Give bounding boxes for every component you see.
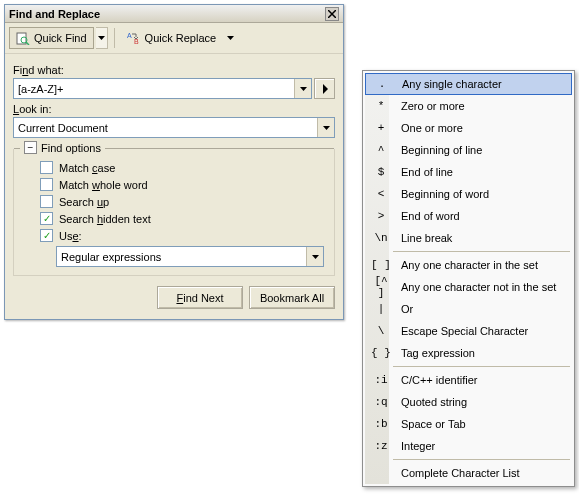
close-button[interactable] (325, 7, 339, 21)
whole-word-label: Match whole word (59, 179, 148, 191)
look-in-combo[interactable]: Current Document (13, 117, 335, 138)
menu-separator (393, 251, 570, 252)
menu-item[interactable]: +One or more (365, 117, 572, 139)
menu-item-symbol: * (369, 100, 393, 112)
toolbar-separator (114, 28, 115, 48)
find-options-group: − Find options Match case Match whole wo… (13, 148, 335, 276)
menu-item-symbol: . (370, 78, 394, 90)
menu-item-symbol: { } (369, 347, 393, 359)
menu-item[interactable]: >End of word (365, 205, 572, 227)
menu-item[interactable]: \Escape Special Character (365, 320, 572, 342)
look-in-value: Current Document (14, 118, 317, 137)
bookmark-all-button[interactable]: Bookmark All (249, 286, 335, 309)
menu-item-symbol: [ ] (369, 259, 393, 271)
find-options-label: Find options (41, 142, 101, 154)
menu-item-symbol: :q (369, 396, 393, 408)
menu-item[interactable]: .Any single character (365, 73, 572, 95)
menu-item-label: Zero or more (393, 100, 465, 112)
menu-item-label: C/C++ identifier (393, 374, 477, 386)
use-combo[interactable]: Regular expressions (56, 246, 324, 267)
menu-item-label: Beginning of line (393, 144, 482, 156)
use-dropdown[interactable] (306, 247, 323, 266)
menu-item-label: Line break (393, 232, 452, 244)
menu-item-label: Tag expression (393, 347, 475, 359)
menu-item-symbol: + (369, 122, 393, 134)
menu-item[interactable]: ^Beginning of line (365, 139, 572, 161)
regex-menu: .Any single character*Zero or more+One o… (362, 70, 575, 487)
quick-replace-dropdown[interactable] (224, 36, 236, 40)
find-next-button[interactable]: Find Next (157, 286, 243, 309)
use-value: Regular expressions (57, 247, 306, 266)
menu-item[interactable]: [^ ]Any one character not in the set (365, 276, 572, 298)
menu-item-label: Any single character (394, 78, 502, 90)
menu-item-label: Integer (393, 440, 435, 452)
svg-line-2 (26, 42, 29, 45)
quick-find-dropdown[interactable] (96, 27, 108, 49)
find-what-input[interactable] (14, 79, 294, 98)
dialog-body: Find what: Look in: Current Document (5, 54, 343, 319)
titlebar[interactable]: Find and Replace (5, 5, 343, 23)
replace-icon: AB (127, 31, 141, 45)
menu-item-symbol: [^ ] (369, 275, 393, 299)
menu-item[interactable]: :qQuoted string (365, 391, 572, 413)
expression-builder-button[interactable] (314, 78, 335, 99)
menu-item-symbol: < (369, 188, 393, 200)
menu-item[interactable]: |Or (365, 298, 572, 320)
find-what-combo[interactable] (13, 78, 312, 99)
menu-item[interactable]: \nLine break (365, 227, 572, 249)
find-what-label: Find what: (13, 64, 335, 76)
collapse-options-button[interactable]: − (24, 141, 37, 154)
menu-separator (393, 366, 570, 367)
toolbar: Quick Find AB Quick Replace (5, 23, 343, 54)
menu-item-label: One or more (393, 122, 463, 134)
menu-item[interactable]: *Zero or more (365, 95, 572, 117)
menu-item[interactable]: :bSpace or Tab (365, 413, 572, 435)
menu-item-symbol: :z (369, 440, 393, 452)
quick-replace-button[interactable]: AB Quick Replace (121, 27, 223, 49)
find-icon (16, 31, 30, 45)
menu-item-symbol: \ (369, 325, 393, 337)
menu-item-symbol: $ (369, 166, 393, 178)
hidden-text-label: Search hidden text (59, 213, 151, 225)
menu-item-symbol: \n (369, 232, 393, 244)
menu-item-symbol: :i (369, 374, 393, 386)
find-what-dropdown[interactable] (294, 79, 311, 98)
menu-item[interactable]: :iC/C++ identifier (365, 369, 572, 391)
menu-item-label: Quoted string (393, 396, 467, 408)
menu-items: .Any single character*Zero or more+One o… (365, 73, 572, 484)
menu-item-label: Any one character in the set (393, 259, 538, 271)
whole-word-checkbox[interactable] (40, 178, 53, 191)
match-case-label: Match case (59, 162, 115, 174)
use-label: Use: (59, 230, 82, 242)
search-up-checkbox[interactable] (40, 195, 53, 208)
search-up-label: Search up (59, 196, 109, 208)
match-case-checkbox[interactable] (40, 161, 53, 174)
look-in-label: Look in: (13, 103, 335, 115)
look-in-dropdown[interactable] (317, 118, 334, 137)
hidden-text-checkbox[interactable]: ✓ (40, 212, 53, 225)
menu-item-symbol: > (369, 210, 393, 222)
window-title: Find and Replace (9, 8, 100, 20)
menu-item[interactable]: { }Tag expression (365, 342, 572, 364)
use-checkbox[interactable]: ✓ (40, 229, 53, 242)
menu-item-label: Complete Character List (393, 467, 520, 479)
quick-replace-label: Quick Replace (145, 32, 217, 44)
menu-item[interactable]: :zInteger (365, 435, 572, 457)
menu-item-symbol: ^ (369, 144, 393, 156)
menu-item-label: Escape Special Character (393, 325, 528, 337)
menu-separator (393, 459, 570, 460)
menu-item[interactable]: <Beginning of word (365, 183, 572, 205)
quick-find-button[interactable]: Quick Find (9, 27, 94, 49)
menu-item-label: Space or Tab (393, 418, 466, 430)
menu-item-label: End of word (393, 210, 460, 222)
menu-item-symbol: :b (369, 418, 393, 430)
quick-find-label: Quick Find (34, 32, 87, 44)
menu-item-symbol: | (369, 303, 393, 315)
svg-text:A: A (127, 32, 132, 39)
menu-item[interactable]: Complete Character List (365, 462, 572, 484)
menu-item[interactable]: $End of line (365, 161, 572, 183)
menu-item[interactable]: [ ]Any one character in the set (365, 254, 572, 276)
menu-item-label: End of line (393, 166, 453, 178)
menu-item-label: Any one character not in the set (393, 281, 556, 293)
menu-item-label: Beginning of word (393, 188, 489, 200)
